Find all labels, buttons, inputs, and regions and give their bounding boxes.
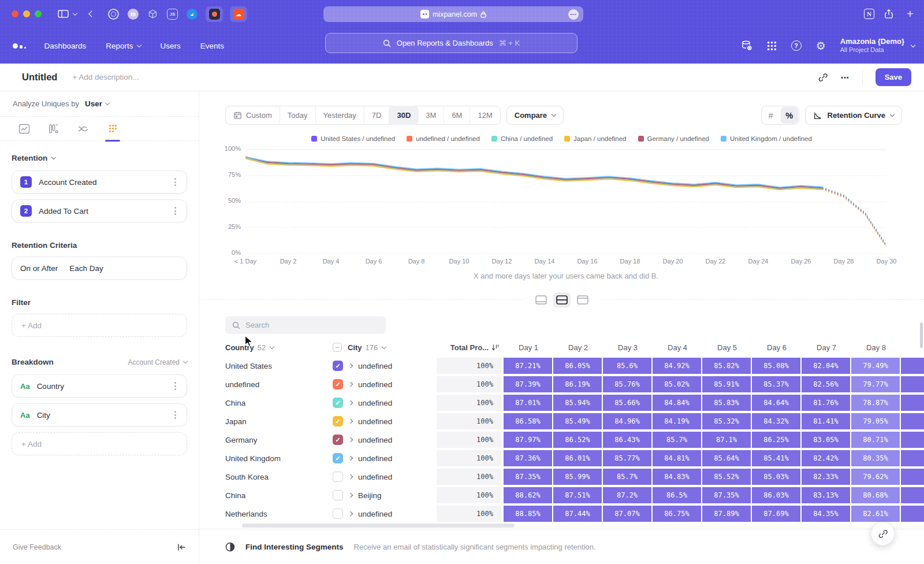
nav-item[interactable]: Events [200, 42, 224, 50]
retention-value-cell[interactable]: 82.04% [802, 358, 850, 374]
criteria-type[interactable]: On or After [20, 264, 58, 273]
retention-value-cell[interactable]: 87.44% [553, 506, 602, 522]
legend-item[interactable]: United States / undefined [311, 135, 395, 142]
retention-value-cell[interactable]: 85.77% [603, 450, 651, 466]
retention-section-header[interactable]: Retention [12, 154, 187, 162]
day-column-header[interactable]: Day 6 [752, 343, 802, 352]
project-switcher[interactable]: Amazonia {Demo} All Project Data [840, 37, 915, 54]
retention-value-cell[interactable]: 84.96% [603, 413, 651, 429]
extensions-more-button[interactable]: ••• [568, 9, 579, 20]
day-column-header[interactable]: Day 4 [653, 343, 702, 352]
event-step-card[interactable]: 1 Account Created [12, 170, 187, 194]
row-checkbox[interactable]: ✓ [333, 416, 343, 426]
day-column-header[interactable]: Day 5 [702, 343, 752, 352]
retention-value-cell[interactable]: 85.7% [653, 432, 701, 448]
retention-value-cell[interactable]: 85.03% [752, 469, 800, 485]
row-checkbox[interactable]: ✓ [333, 398, 343, 408]
date-range-option[interactable]: Custom [226, 106, 280, 124]
event-step-card[interactable]: 2 Added To Cart [12, 199, 187, 222]
day-column-header[interactable]: Day 7 [802, 343, 851, 352]
more-options-button[interactable]: ••• [841, 74, 850, 81]
legend-item[interactable]: China / undefined [491, 135, 553, 142]
retention-value-cell[interactable]: 85.83% [702, 395, 751, 411]
retention-value-cell[interactable]: 87.07% [603, 506, 651, 522]
retention-value-cell[interactable]: 88.62% [504, 487, 552, 503]
row-checkbox[interactable] [333, 490, 343, 500]
cloud-extension-icon[interactable]: ☁ [230, 6, 247, 22]
retention-value-cell[interactable]: 87.69% [752, 506, 800, 522]
retention-value-cell-clipped[interactable] [901, 487, 924, 503]
apps-grid-icon[interactable] [767, 41, 777, 51]
data-management-icon[interactable] [741, 40, 752, 51]
collapse-sidebar-icon[interactable] [177, 543, 186, 551]
retention-value-cell[interactable]: 84.83% [653, 469, 701, 485]
retention-value-cell[interactable]: 83.05% [802, 432, 850, 448]
table-row[interactable]: Netherlands undefined 100% 88.85%87.44%8… [225, 506, 924, 522]
retention-value-cell[interactable]: 87.35% [504, 469, 552, 485]
retention-value-cell[interactable]: 86.52% [553, 432, 602, 448]
js-extension-icon[interactable]: JS [167, 9, 178, 20]
retention-value-cell[interactable]: 86.19% [553, 376, 602, 392]
retention-value-cell-clipped[interactable] [901, 432, 924, 448]
report-title[interactable]: Untitled [22, 72, 57, 83]
expand-row-chevron-icon[interactable] [348, 382, 353, 387]
day-column-header[interactable]: Day 2 [553, 343, 603, 352]
legend-item[interactable]: undefined / undefined [407, 135, 480, 142]
city-column-header[interactable]: − City 176 [333, 343, 437, 352]
retention-value-cell[interactable]: 87.89% [702, 506, 751, 522]
date-range-option[interactable]: Yesterday [316, 106, 364, 124]
retention-value-cell[interactable]: 85.41% [752, 450, 800, 466]
expand-row-chevron-icon[interactable] [348, 511, 353, 516]
retention-value-cell[interactable]: 79.77% [851, 376, 900, 392]
absolute-numbers-toggle[interactable]: # [762, 107, 780, 124]
select-all-checkbox[interactable]: − [333, 343, 342, 352]
breakdown-card-country[interactable]: Aa Country [12, 374, 187, 398]
copy-link-icon[interactable] [818, 72, 828, 83]
row-checkbox[interactable]: ✓ [333, 453, 343, 463]
retention-value-cell[interactable]: 82.61% [851, 506, 900, 522]
retention-value-cell[interactable]: 81.76% [802, 395, 850, 411]
retention-value-cell[interactable]: 85.94% [553, 395, 602, 411]
expand-row-chevron-icon[interactable] [348, 493, 353, 498]
day-column-header[interactable]: Day 3 [603, 343, 653, 352]
retention-value-cell[interactable]: 81.41% [802, 413, 850, 429]
retention-value-cell[interactable]: 87.51% [553, 487, 602, 503]
breakdown-card-city[interactable]: Aa City [12, 403, 187, 426]
help-icon[interactable]: ? [791, 40, 802, 51]
retention-value-cell[interactable]: 84.35% [802, 506, 850, 522]
retention-value-cell[interactable]: 86.03% [752, 487, 800, 503]
retention-value-cell[interactable]: 84.84% [653, 395, 701, 411]
share-icon[interactable] [884, 8, 894, 20]
tab-flows[interactable] [76, 117, 90, 141]
expand-row-chevron-icon[interactable] [348, 419, 353, 424]
expand-row-chevron-icon[interactable] [348, 437, 353, 442]
give-feedback-link[interactable]: Give Feedback [13, 543, 61, 551]
retention-value-cell[interactable]: 84.64% [752, 395, 800, 411]
add-filter-button[interactable]: + Add [12, 314, 187, 337]
criteria-interval[interactable]: Each Day [69, 264, 103, 273]
compare-button[interactable]: Compare [506, 106, 564, 125]
breakdown-scope-selector[interactable]: Account Created [128, 358, 187, 366]
retention-value-cell[interactable]: 82.42% [802, 450, 850, 466]
row-checkbox[interactable]: ✓ [333, 435, 343, 445]
total-column-header[interactable]: Total Pro... [437, 343, 501, 352]
table-row[interactable]: United Kingdom ✓ undefined 100% 87.36%86… [225, 450, 924, 466]
retention-value-cell[interactable]: 85.02% [653, 376, 701, 392]
chart-only-view-icon[interactable] [532, 292, 550, 307]
retention-value-cell[interactable]: 87.97% [504, 432, 552, 448]
row-checkbox[interactable] [333, 509, 343, 519]
legend-item[interactable]: Germany / undefined [638, 135, 709, 142]
retention-value-cell[interactable]: 82.33% [802, 469, 850, 485]
analyze-value[interactable]: User [85, 99, 102, 108]
legend-item[interactable]: United Kingdom / undefined [721, 135, 812, 142]
retention-value-cell[interactable]: 79.05% [851, 413, 900, 429]
row-checkbox[interactable]: ✓ [333, 361, 343, 371]
tab-retention[interactable] [106, 117, 120, 141]
retention-value-cell[interactable]: 83.13% [802, 487, 850, 503]
floating-share-button[interactable] [871, 522, 895, 546]
retention-value-cell[interactable]: 85.32% [702, 413, 751, 429]
retention-value-cell[interactable]: 85.66% [603, 395, 651, 411]
tab-insights[interactable] [17, 117, 31, 141]
date-range-option[interactable]: 6M [444, 106, 470, 124]
retention-value-cell[interactable]: 87.2% [603, 487, 651, 503]
